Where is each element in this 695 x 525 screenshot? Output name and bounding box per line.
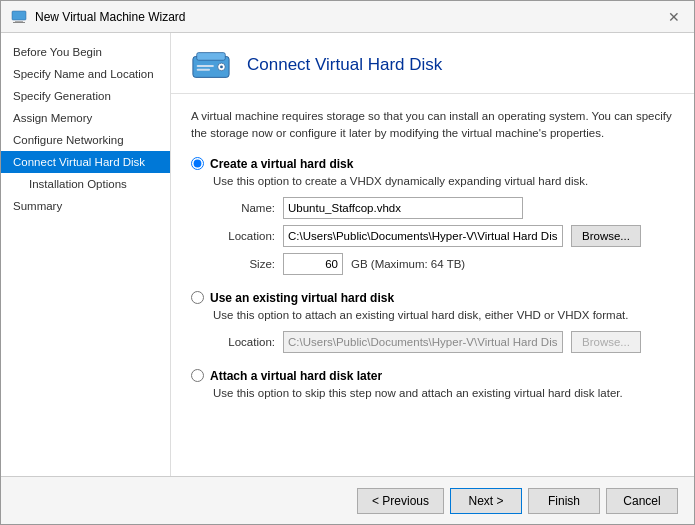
close-button[interactable]: ✕ xyxy=(664,7,684,27)
main-panel: Connect Virtual Hard Disk A virtual mach… xyxy=(171,33,694,476)
size-suffix: GB (Maximum: 64 TB) xyxy=(351,258,465,270)
page-title: Connect Virtual Hard Disk xyxy=(247,55,442,75)
create-vhd-radio-label[interactable]: Create a virtual hard disk xyxy=(191,157,674,171)
title-bar-left: New Virtual Machine Wizard xyxy=(11,9,186,25)
footer: < Previous Next > Finish Cancel xyxy=(1,476,694,524)
page-header: Connect Virtual Hard Disk xyxy=(171,33,694,94)
attach-later-section: Attach a virtual hard disk later Use thi… xyxy=(191,369,674,399)
title-bar-text: New Virtual Machine Wizard xyxy=(35,10,186,24)
existing-browse-button: Browse... xyxy=(571,331,641,353)
create-vhd-sublabel: Use this option to create a VHDX dynamic… xyxy=(213,175,674,187)
sidebar-item-installation-options[interactable]: Installation Options xyxy=(1,173,170,195)
sidebar-item-configure-networking[interactable]: Configure Networking xyxy=(1,129,170,151)
wizard-content: Before You BeginSpecify Name and Locatio… xyxy=(1,33,694,476)
sidebar-item-before-you-begin[interactable]: Before You Begin xyxy=(1,41,170,63)
location-input[interactable] xyxy=(283,225,563,247)
sidebar: Before You BeginSpecify Name and Locatio… xyxy=(1,33,171,476)
sidebar-item-specify-generation[interactable]: Specify Generation xyxy=(1,85,170,107)
page-body: A virtual machine requires storage so th… xyxy=(171,94,694,476)
page-description: A virtual machine requires storage so th… xyxy=(191,108,674,143)
attach-later-radio-label[interactable]: Attach a virtual hard disk later xyxy=(191,369,674,383)
use-existing-radio-label[interactable]: Use an existing virtual hard disk xyxy=(191,291,674,305)
finish-button[interactable]: Finish xyxy=(528,488,600,514)
existing-location-input xyxy=(283,331,563,353)
create-vhd-section: Create a virtual hard disk Use this opti… xyxy=(191,157,674,275)
next-button[interactable]: Next > xyxy=(450,488,522,514)
hdd-icon xyxy=(191,50,231,80)
size-label: Size: xyxy=(213,258,275,270)
size-input[interactable] xyxy=(283,253,343,275)
svg-point-6 xyxy=(220,65,223,68)
sidebar-item-connect-vhd[interactable]: Connect Virtual Hard Disk xyxy=(1,151,170,173)
name-row: Name: xyxy=(213,197,674,219)
previous-button[interactable]: < Previous xyxy=(357,488,444,514)
cancel-button[interactable]: Cancel xyxy=(606,488,678,514)
use-existing-radio[interactable] xyxy=(191,291,204,304)
window-icon xyxy=(11,9,27,25)
existing-location-label: Location: xyxy=(213,336,275,348)
sidebar-item-specify-name[interactable]: Specify Name and Location xyxy=(1,63,170,85)
sidebar-item-summary[interactable]: Summary xyxy=(1,195,170,217)
use-existing-sublabel: Use this option to attach an existing vi… xyxy=(213,309,674,321)
wizard-window: New Virtual Machine Wizard ✕ Before You … xyxy=(0,0,695,525)
location-label: Location: xyxy=(213,230,275,242)
size-row: Size: GB (Maximum: 64 TB) xyxy=(213,253,674,275)
svg-rect-7 xyxy=(197,65,214,67)
create-vhd-radio[interactable] xyxy=(191,157,204,170)
svg-rect-4 xyxy=(197,53,226,61)
svg-rect-2 xyxy=(13,22,25,23)
location-row: Location: Browse... xyxy=(213,225,674,247)
sidebar-item-assign-memory[interactable]: Assign Memory xyxy=(1,107,170,129)
svg-rect-8 xyxy=(197,69,210,71)
attach-later-sublabel: Use this option to skip this step now an… xyxy=(213,387,674,399)
svg-rect-0 xyxy=(12,11,26,20)
name-label: Name: xyxy=(213,202,275,214)
existing-location-row: Location: Browse... xyxy=(213,331,674,353)
title-bar: New Virtual Machine Wizard ✕ xyxy=(1,1,694,33)
name-input[interactable] xyxy=(283,197,523,219)
use-existing-section: Use an existing virtual hard disk Use th… xyxy=(191,291,674,353)
page-header-icon xyxy=(191,49,231,81)
attach-later-radio[interactable] xyxy=(191,369,204,382)
browse-button[interactable]: Browse... xyxy=(571,225,641,247)
